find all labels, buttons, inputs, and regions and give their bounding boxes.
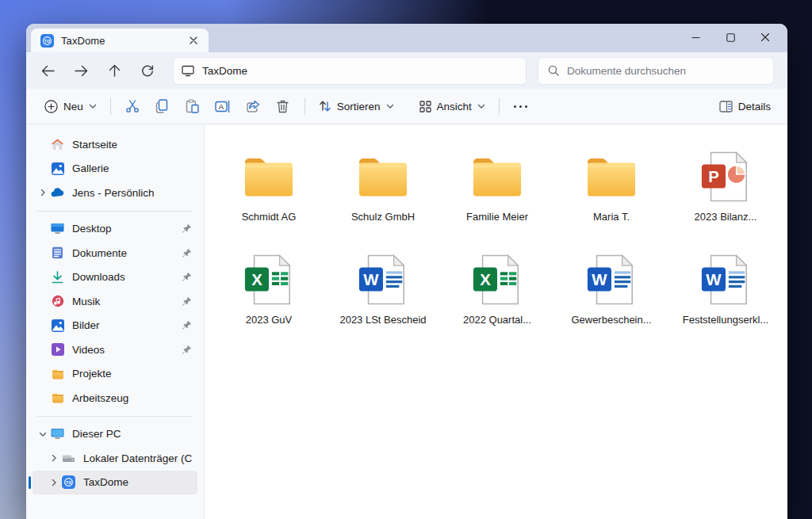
sidebar-item-musik[interactable]: Musik — [33, 289, 197, 314]
more-options-button[interactable] — [506, 93, 536, 120]
chevron-down-icon[interactable] — [35, 430, 51, 438]
cut-button[interactable] — [117, 93, 147, 120]
delete-button[interactable] — [268, 93, 298, 120]
file-item-2023-lst-bescheid[interactable]: 2023 LSt Bescheid — [326, 246, 440, 330]
file-item-2022-quartal[interactable]: 2022 Quartal... — [440, 246, 554, 330]
close-window-button[interactable] — [748, 24, 783, 51]
folder-item-schmidt-ag[interactable]: Schmidt AG — [212, 143, 326, 227]
rename-button[interactable]: A — [208, 93, 238, 120]
address-location-text: TaxDome — [202, 65, 247, 77]
forward-button[interactable] — [64, 57, 98, 84]
drive-icon — [62, 452, 75, 465]
sidebar-item-projekte[interactable]: Projekte — [33, 362, 197, 387]
address-bar[interactable]: TaxDome — [174, 58, 526, 84]
folder-icon — [586, 147, 637, 207]
pin-icon — [180, 247, 193, 259]
sidebar-item-startseite[interactable]: Startseite — [33, 132, 197, 157]
view-button[interactable]: Ansicht — [412, 93, 492, 120]
sidebar-item-taxdome[interactable]: TD TaxDome — [33, 471, 197, 495]
command-toolbar: Neu A — [26, 89, 787, 124]
chevron-right-icon[interactable] — [46, 454, 62, 462]
sidebar-item-arbeitszeug[interactable]: Arbeitszeug — [33, 386, 197, 410]
refresh-button[interactable] — [131, 57, 164, 84]
file-item-2023-guv[interactable]: 2023 GuV — [212, 246, 326, 330]
sort-arrows-icon — [319, 100, 331, 113]
file-item-2023-bilanz[interactable]: 2023 Bilanz... — [668, 143, 783, 227]
window-controls — [678, 24, 783, 51]
new-button[interactable]: Neu — [37, 93, 104, 120]
sidebar-item-desktop[interactable]: Desktop — [33, 217, 197, 242]
toolbar-separator — [110, 97, 111, 115]
sidebar-item-videos[interactable]: Videos — [33, 338, 197, 362]
word-file-icon — [584, 250, 639, 310]
navigation-bar: TaxDome — [26, 52, 787, 89]
chevron-down-icon — [386, 102, 394, 110]
search-box[interactable] — [538, 58, 773, 84]
sort-button[interactable]: Sortieren — [312, 93, 401, 120]
toolbar-separator — [304, 97, 305, 115]
sidebar-item-dokumente[interactable]: Dokumente — [33, 241, 197, 265]
folder-item-maria-t[interactable]: Maria T. — [554, 143, 668, 227]
folder-item-familie-meier[interactable]: Familie Meier — [440, 143, 554, 227]
this-pc-icon — [51, 427, 64, 441]
paste-button[interactable] — [178, 93, 208, 120]
maximize-button[interactable] — [713, 24, 748, 51]
sidebar-item-jens-persoenlich[interactable]: Jens - Persönlich — [33, 181, 197, 205]
onedrive-cloud-icon — [51, 186, 64, 200]
music-icon — [51, 295, 64, 308]
gallery-icon — [51, 162, 64, 175]
file-item-feststellungserklaerung[interactable]: Feststellungserkl... — [668, 246, 783, 330]
videos-icon — [51, 343, 64, 357]
chevron-down-icon — [477, 102, 485, 110]
tab-close-icon[interactable] — [185, 32, 202, 49]
details-pane-button[interactable]: Details — [712, 93, 778, 120]
view-button-label: Ansicht — [437, 101, 472, 113]
sidebar-item-lokaler-datentraeger[interactable]: Lokaler Datenträger (C:) — [33, 446, 197, 471]
home-icon — [51, 138, 64, 151]
folder-icon — [51, 391, 64, 405]
search-icon — [548, 65, 559, 76]
downloads-icon — [51, 270, 64, 284]
share-button[interactable] — [238, 93, 268, 120]
sidebar-item-dieser-pc[interactable]: Dieser PC — [33, 422, 197, 447]
sidebar-item-gallerie[interactable]: Gallerie — [33, 157, 197, 181]
pin-icon — [180, 319, 193, 331]
folder-icon — [51, 367, 64, 380]
toolbar-separator — [499, 97, 500, 115]
details-button-label: Details — [738, 101, 771, 113]
chevron-down-icon — [89, 102, 97, 110]
taxdome-icon: TD — [62, 475, 75, 489]
pin-icon — [180, 271, 193, 283]
back-button[interactable] — [31, 57, 64, 84]
excel-file-icon — [469, 250, 525, 310]
sort-button-label: Sortieren — [337, 101, 381, 113]
excel-file-icon — [241, 250, 297, 310]
sidebar-item-bilder[interactable]: Bilder — [33, 314, 197, 338]
svg-text:TD: TD — [66, 480, 71, 485]
powerpoint-file-icon — [698, 147, 753, 207]
tab-title: TaxDome — [61, 35, 185, 47]
search-input[interactable] — [567, 65, 764, 77]
chevron-right-icon[interactable] — [35, 189, 51, 197]
word-file-icon — [698, 250, 753, 310]
navigation-sidebar: Startseite Gallerie Jens - Persönlich — [26, 124, 205, 519]
chevron-right-icon[interactable] — [46, 479, 62, 487]
folder-icon — [358, 147, 408, 207]
new-button-label: Neu — [63, 101, 83, 113]
up-button[interactable] — [98, 57, 131, 84]
plus-circle-icon — [44, 100, 58, 113]
pin-icon — [180, 296, 193, 307]
folder-item-schulz-gmbh[interactable]: Schulz GmbH — [326, 143, 440, 227]
pin-icon — [180, 223, 193, 235]
location-monitor-icon — [182, 65, 194, 77]
folder-icon — [243, 147, 294, 207]
tab-bar: TD TaxDome — [26, 24, 787, 52]
sidebar-item-downloads[interactable]: Downloads — [33, 265, 197, 290]
pictures-icon — [51, 319, 64, 332]
file-grid: Schmidt AG Schulz GmbH Familie Meier Mar… — [205, 124, 787, 330]
file-item-gewerbeschein[interactable]: Gewerbeschein... — [554, 246, 668, 330]
copy-button[interactable] — [147, 93, 178, 120]
svg-text:A: A — [219, 102, 224, 111]
explorer-tab-taxdome[interactable]: TD TaxDome — [31, 29, 209, 52]
minimize-button[interactable] — [678, 24, 713, 51]
